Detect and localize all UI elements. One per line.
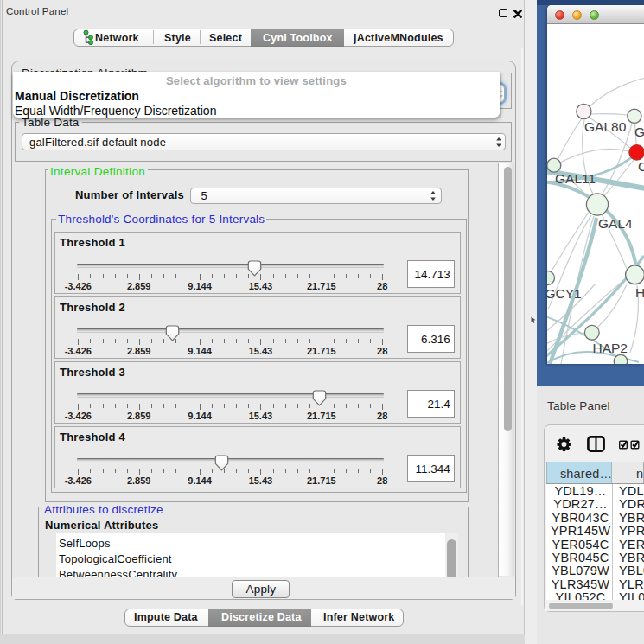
svg-text:GAL4: GAL4 [598, 216, 633, 231]
svg-text:C: C [638, 159, 644, 174]
svg-text:GA: GA [634, 124, 644, 139]
svg-text:GAL80: GAL80 [584, 119, 627, 134]
svg-text:GCY1: GCY1 [547, 286, 582, 301]
svg-text:HAP2: HAP2 [593, 341, 628, 355]
svg-text:H: H [635, 285, 644, 300]
svg-text:GAL11: GAL11 [555, 171, 596, 186]
